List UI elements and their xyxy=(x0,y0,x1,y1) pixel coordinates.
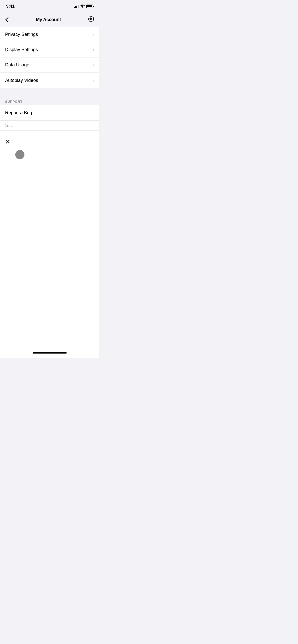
support-section-label: SUPPORT xyxy=(5,100,22,104)
home-indicator-bar xyxy=(0,349,99,358)
signal-icon xyxy=(74,5,78,8)
close-icon[interactable]: ✕ xyxy=(5,138,11,145)
partial-item: S... xyxy=(0,121,99,131)
status-icons xyxy=(74,5,93,8)
privacy-settings-item[interactable]: Privacy Settings › xyxy=(0,27,99,42)
display-settings-item[interactable]: Display Settings › xyxy=(0,42,99,57)
battery-icon xyxy=(86,5,93,8)
svg-point-0 xyxy=(82,7,83,8)
nav-header: My Account xyxy=(0,13,99,27)
partial-item-text: S... xyxy=(5,123,12,128)
chevron-icon: › xyxy=(93,62,94,68)
chevron-icon: › xyxy=(93,78,94,83)
autoplay-videos-label: Autoplay Videos xyxy=(5,78,38,83)
chevron-icon: › xyxy=(93,32,94,37)
support-section-header: SUPPORT xyxy=(0,97,99,105)
privacy-settings-label: Privacy Settings xyxy=(5,32,38,37)
section-separator xyxy=(0,88,99,97)
home-indicator xyxy=(33,352,67,354)
support-group: Report a Bug S... xyxy=(0,105,99,131)
settings-group: Privacy Settings › Display Settings › Da… xyxy=(0,27,99,88)
back-button[interactable] xyxy=(5,17,9,23)
report-bug-item[interactable]: Report a Bug xyxy=(0,105,99,121)
autoplay-videos-item[interactable]: Autoplay Videos › xyxy=(0,73,99,88)
status-time: 9:41 xyxy=(6,4,15,9)
empty-space xyxy=(0,171,99,349)
white-area: ✕ xyxy=(0,131,99,171)
chevron-icon: › xyxy=(93,47,94,52)
gray-circle xyxy=(15,150,24,159)
data-usage-label: Data Usage xyxy=(5,62,29,68)
page-title: My Account xyxy=(36,17,61,22)
gear-button[interactable] xyxy=(88,16,94,24)
report-bug-label: Report a Bug xyxy=(5,110,32,115)
data-usage-item[interactable]: Data Usage › xyxy=(0,57,99,73)
status-bar: 9:41 xyxy=(0,0,99,13)
wifi-icon xyxy=(80,5,85,8)
display-settings-label: Display Settings xyxy=(5,47,38,52)
